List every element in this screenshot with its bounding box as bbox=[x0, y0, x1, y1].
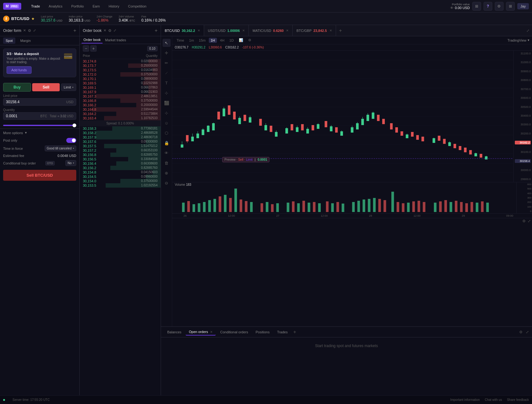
time-1h[interactable]: 1H bbox=[209, 38, 217, 43]
lock-tool-btn[interactable]: 🔒 bbox=[163, 139, 171, 147]
time-4h[interactable]: 4H bbox=[218, 38, 226, 43]
table-row[interactable]: 30,156.50.33084508 bbox=[80, 157, 161, 161]
order-book-add-btn[interactable]: + bbox=[155, 28, 158, 33]
order-book-close[interactable]: ✕ bbox=[103, 28, 106, 33]
ob-decrease-btn[interactable]: − bbox=[83, 45, 89, 52]
table-row[interactable]: 30,154.50.09960000 bbox=[80, 174, 161, 179]
order-type-select[interactable]: Limit ▾ bbox=[61, 83, 76, 91]
emoji-tool-btn[interactable]: ☺ bbox=[163, 119, 171, 127]
order-form-settings-icon[interactable]: ⚙ bbox=[28, 28, 31, 33]
table-row[interactable]: 30,173.50.01634983 bbox=[80, 68, 161, 72]
portfolio-eye-icon[interactable]: 👁 bbox=[450, 6, 454, 10]
user-badge[interactable]: Jay bbox=[517, 3, 529, 9]
chart-tab-usdtusd[interactable]: USDT/USD 1.00006 ✕ bbox=[204, 25, 249, 36]
favorite-star-icon[interactable]: ★ bbox=[31, 17, 35, 21]
order-book-expand-icon[interactable]: ⤢ bbox=[113, 28, 116, 33]
table-row[interactable]: 30,167.32.48613851 bbox=[80, 94, 161, 98]
zoom-out-tool-btn[interactable]: ⊖ bbox=[163, 179, 171, 187]
crosshair-tool-btn[interactable]: ✛ bbox=[163, 49, 171, 57]
table-row[interactable]: 30,174.80.02000000 bbox=[80, 59, 161, 63]
table-row[interactable]: 30,157.51.51470212 bbox=[80, 144, 161, 148]
trading-view-btn[interactable]: TradingView ▾ bbox=[507, 38, 529, 42]
chart-settings-icon[interactable]: ⚙ bbox=[522, 219, 526, 223]
table-row[interactable]: 30,166.80.37500000 bbox=[80, 98, 161, 103]
table-row[interactable]: 30,170.10.09890000 bbox=[80, 77, 161, 81]
cursor-tool-btn[interactable]: ↖ bbox=[163, 39, 171, 47]
chart-fullscreen-icon[interactable]: ⤢ bbox=[528, 219, 531, 223]
nav-trade[interactable]: Trade bbox=[28, 3, 44, 10]
table-row[interactable]: 30,169.10.06637863 bbox=[80, 85, 161, 90]
order-form-expand-icon[interactable]: ⤢ bbox=[33, 28, 36, 33]
share-feedback-link[interactable]: Share feedback bbox=[507, 398, 529, 401]
table-row[interactable]: 30,164.20.51173884 bbox=[80, 112, 161, 116]
order-form-close[interactable]: ✕ bbox=[23, 28, 26, 33]
indicators-icon[interactable]: ⚙ bbox=[246, 38, 253, 43]
add-funds-button[interactable]: Add funds bbox=[7, 66, 32, 74]
time-1m[interactable]: 1m bbox=[187, 38, 196, 43]
more-options-toggle[interactable]: More options ▾ bbox=[0, 129, 79, 137]
conditional-select[interactable]: No ▾ bbox=[65, 160, 76, 166]
tab-open-orders[interactable]: Open orders ✕ bbox=[186, 329, 216, 336]
sell-action-button[interactable]: Sell BTC/USD bbox=[3, 170, 76, 181]
eye-tool-btn[interactable]: 👁 bbox=[163, 149, 171, 157]
sell-button[interactable]: Sell bbox=[32, 83, 59, 91]
chart-expand-icon[interactable]: ⤢ bbox=[526, 28, 529, 33]
pencil-tool-btn[interactable]: ✏ bbox=[163, 59, 171, 67]
important-info-link[interactable]: Important information bbox=[450, 398, 480, 401]
bottom-panel-expand-icon[interactable]: ⤢ bbox=[526, 330, 529, 334]
nav-earn[interactable]: Earn bbox=[89, 3, 103, 10]
apps-icon-btn[interactable]: ⊞ bbox=[506, 2, 515, 11]
chart-tab-maticusd-close-icon[interactable]: ✕ bbox=[286, 29, 289, 32]
tab-trades[interactable]: Trades bbox=[274, 329, 291, 335]
table-row[interactable]: 30,158.30.77360181 bbox=[80, 126, 161, 131]
nav-analytics[interactable]: Analytics bbox=[45, 3, 66, 10]
chart-tab-usdtusd-close-icon[interactable]: ✕ bbox=[242, 29, 245, 32]
chart-tab-btcusd[interactable]: BTC/USD 30,162.2 ✕ bbox=[161, 25, 204, 36]
trash-tool-btn[interactable]: 🗑 bbox=[163, 159, 171, 167]
open-orders-close-icon[interactable]: ✕ bbox=[210, 330, 213, 334]
nav-competition[interactable]: Competition bbox=[124, 3, 150, 10]
table-row[interactable]: 30,156.40.66308600 bbox=[80, 161, 161, 166]
bottom-panel-settings-icon[interactable]: ⚙ bbox=[519, 330, 523, 334]
quantity-slider[interactable] bbox=[3, 125, 76, 126]
ob-increase-btn[interactable]: + bbox=[90, 45, 97, 52]
table-row[interactable]: 30,154.00.37500000 bbox=[80, 179, 161, 183]
table-row[interactable]: 30,157.92.48690718 bbox=[80, 135, 161, 139]
order-form-add-btn[interactable]: + bbox=[73, 28, 76, 33]
quantity-input[interactable] bbox=[6, 114, 40, 118]
table-row[interactable]: 30,156.20.82885760 bbox=[80, 166, 161, 170]
tab-balances[interactable]: Balances bbox=[164, 329, 184, 335]
ob-size-select[interactable]: 0.10 bbox=[147, 46, 158, 51]
tab-positions[interactable]: Positions bbox=[253, 329, 273, 335]
tab-spot[interactable]: Spot bbox=[3, 38, 15, 44]
table-row[interactable]: 30,169.50.10292988 bbox=[80, 81, 161, 85]
buy-button[interactable]: Buy bbox=[3, 83, 31, 92]
table-row[interactable]: 30,157.60.09300000 bbox=[80, 139, 161, 144]
chart-type-icon[interactable]: 📊 bbox=[237, 38, 245, 43]
brush-tool-btn[interactable]: ⊹ bbox=[163, 109, 171, 117]
chart-tab-btcgbp-close-icon[interactable]: ✕ bbox=[329, 29, 332, 32]
magnet-tool-btn[interactable]: ⊹ bbox=[163, 89, 171, 97]
table-row[interactable]: 30,163.41.10782533 bbox=[80, 116, 161, 120]
nav-portfolio[interactable]: Portfolio bbox=[68, 3, 88, 10]
layout-icon-btn[interactable]: ⊞ bbox=[472, 2, 481, 11]
pin-tool-btn[interactable]: ⬡ bbox=[163, 129, 171, 137]
ruler-tool-btn[interactable]: ⟋ bbox=[163, 69, 171, 77]
tab-order-book[interactable]: Order book bbox=[82, 37, 103, 43]
table-row[interactable]: 30,157.20.66353100 bbox=[80, 148, 161, 153]
table-row[interactable]: 30,173.70.25000000 bbox=[80, 63, 161, 68]
table-row[interactable]: 30,156.80.82885750 bbox=[80, 153, 161, 157]
table-row[interactable]: 30,167.90.06631903 bbox=[80, 90, 161, 94]
help-icon-btn[interactable]: ? bbox=[484, 2, 492, 11]
time-15m[interactable]: 15m bbox=[197, 38, 207, 43]
settings-icon-btn[interactable]: ⚙ bbox=[495, 2, 504, 11]
table-row[interactable]: 30,166.20.20000000 bbox=[80, 103, 161, 107]
text-tool-btn[interactable]: T bbox=[163, 79, 171, 87]
bottom-tabs-add-btn[interactable]: + bbox=[293, 329, 296, 335]
time-1d[interactable]: 1D bbox=[228, 38, 236, 43]
table-row[interactable]: 30,172.00.37500000 bbox=[80, 72, 161, 77]
time-in-force-select[interactable]: Good till canceled ▾ bbox=[45, 145, 77, 151]
tab-market-trades[interactable]: Market trades bbox=[103, 36, 128, 44]
limit-price-input[interactable] bbox=[6, 100, 66, 104]
tab-margin[interactable]: Margin bbox=[18, 38, 33, 44]
